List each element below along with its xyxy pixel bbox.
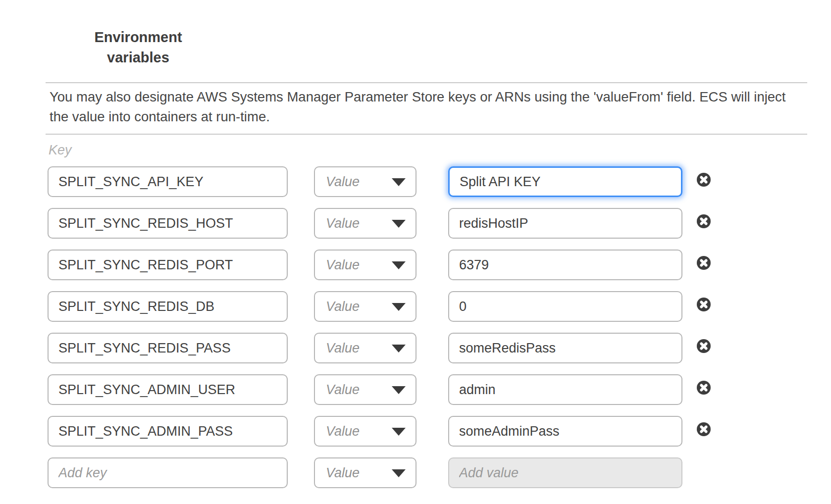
remove-row-button[interactable]	[696, 422, 711, 437]
env-type-select[interactable]: Value	[314, 208, 416, 239]
caret-down-icon	[392, 345, 406, 353]
env-type-selected-value: Value	[326, 382, 360, 398]
caret-down-icon	[392, 178, 406, 186]
env-type-select[interactable]: Value	[314, 166, 416, 197]
caret-down-icon	[392, 469, 406, 477]
env-key-input[interactable]	[48, 333, 288, 363]
env-value-input[interactable]	[448, 374, 682, 405]
env-type-selected-value: Value	[326, 216, 360, 231]
env-type-select[interactable]: Value	[314, 457, 416, 488]
remove-row-button[interactable]	[696, 255, 711, 270]
environment-variables-section: Environment variables You may also desig…	[0, 0, 831, 504]
x-circle-icon	[696, 297, 711, 312]
env-type-select[interactable]: Value	[314, 291, 416, 322]
env-value-input[interactable]	[448, 457, 682, 488]
env-type-select[interactable]: Value	[314, 250, 416, 280]
env-var-row: Value	[0, 416, 831, 447]
env-type-select[interactable]: Value	[314, 333, 416, 363]
env-var-row: Value	[0, 166, 831, 197]
env-key-input[interactable]	[48, 208, 288, 239]
caret-down-icon	[392, 220, 406, 228]
env-type-select[interactable]: Value	[314, 416, 416, 447]
x-circle-icon	[696, 339, 711, 353]
env-value-input[interactable]	[448, 208, 682, 239]
env-type-selected-value: Value	[326, 341, 360, 356]
remove-row-button[interactable]	[696, 172, 711, 187]
env-type-selected-value: Value	[326, 299, 360, 314]
remove-row-button[interactable]	[696, 297, 711, 312]
env-key-input[interactable]	[48, 291, 288, 322]
caret-down-icon	[392, 386, 406, 394]
x-circle-icon	[696, 172, 711, 187]
env-key-input[interactable]	[48, 374, 288, 405]
x-circle-icon	[696, 214, 711, 229]
remove-row-button[interactable]	[696, 214, 711, 229]
env-value-input[interactable]	[448, 333, 682, 363]
env-key-input[interactable]	[48, 166, 288, 197]
env-var-row: Value	[0, 333, 831, 363]
x-circle-icon	[696, 380, 711, 395]
env-var-row: Value	[0, 250, 831, 280]
env-type-select[interactable]: Value	[314, 374, 416, 405]
env-var-row: Value	[0, 208, 831, 239]
env-type-selected-value: Value	[326, 174, 360, 190]
env-var-row: Value	[0, 374, 831, 405]
env-value-input[interactable]	[448, 166, 682, 197]
env-value-input[interactable]	[448, 416, 682, 447]
env-var-add-row: Value	[0, 457, 831, 488]
env-type-selected-value: Value	[326, 257, 360, 273]
env-key-input[interactable]	[48, 457, 288, 488]
env-var-row: Value	[0, 291, 831, 322]
env-value-input[interactable]	[448, 291, 682, 322]
caret-down-icon	[392, 261, 406, 269]
env-key-input[interactable]	[48, 416, 288, 447]
caret-down-icon	[392, 428, 406, 436]
env-value-input[interactable]	[448, 250, 682, 280]
env-key-input[interactable]	[48, 250, 288, 280]
env-var-rows: Value Value Value	[0, 0, 831, 504]
x-circle-icon	[696, 422, 711, 437]
caret-down-icon	[392, 303, 406, 311]
env-type-selected-value: Value	[326, 424, 360, 439]
x-circle-icon	[696, 255, 711, 270]
env-type-selected-value: Value	[326, 465, 360, 481]
remove-row-button[interactable]	[696, 380, 711, 395]
remove-row-button[interactable]	[696, 339, 711, 353]
